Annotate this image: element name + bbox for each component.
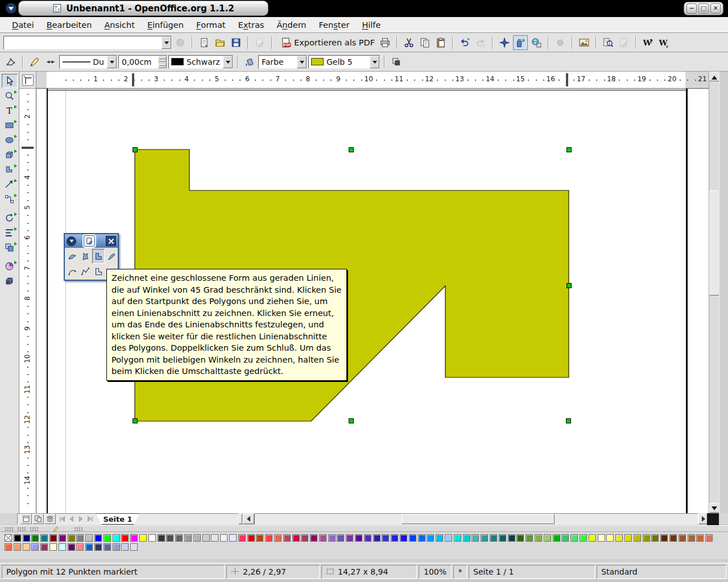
color-swatch[interactable] [202,534,210,542]
menu-ansicht[interactable]: Ansicht [98,17,141,32]
selection-handle[interactable] [566,147,572,152]
floating-close-button[interactable] [106,236,116,246]
scroll-left-button[interactable] [243,514,254,524]
color-swatch[interactable] [373,534,380,542]
color-swatch[interactable] [130,534,138,542]
color-swatch[interactable] [481,534,488,542]
line-color-combobox[interactable]: Schwarz [168,55,233,69]
record-macro-button[interactable] [553,35,568,50]
selection-handle[interactable] [566,283,572,288]
color-swatch[interactable] [121,534,129,542]
color-swatch[interactable] [705,534,713,542]
color-swatch[interactable] [301,534,308,542]
color-swatch[interactable] [319,534,326,542]
color-swatch[interactable] [427,534,434,542]
color-swatch[interactable] [211,534,218,542]
color-swatch[interactable] [14,543,21,551]
drawing-canvas[interactable]: Zeichnet eine geschlossene Form aus gera… [36,89,709,513]
color-swatch[interactable] [76,534,84,542]
print-button[interactable] [378,35,392,50]
export-pdf-button[interactable]: PDFExportieren als PDF [276,35,377,50]
menu-format[interactable]: Format [190,17,232,32]
copy-button[interactable] [417,35,432,50]
whats-this-button[interactable]: W, [656,35,671,50]
line-style-dropdown-icon[interactable] [107,56,117,68]
color-swatch[interactable] [454,534,461,542]
dock-grip[interactable] [5,527,14,531]
page-view-button[interactable] [20,514,32,524]
lines-arrows-tool[interactable] [2,177,18,192]
navigator-button[interactable] [497,35,512,50]
alignment-tool[interactable] [2,226,18,240]
color-swatch[interactable] [409,534,416,542]
color-swatch[interactable] [158,534,165,542]
color-swatch[interactable] [229,534,237,542]
color-swatch[interactable] [40,543,48,551]
curve-tool[interactable] [2,163,18,177]
edit-points-button[interactable] [3,55,18,69]
text-tool[interactable]: T [2,103,18,118]
vertical-ruler[interactable]: 24567891011121314 [19,89,36,513]
color-swatch[interactable] [49,534,57,542]
line-width-spin-buttons[interactable] [158,56,167,68]
scroll-down-button[interactable] [709,503,719,513]
selection-handle[interactable] [133,147,138,152]
minimize-button[interactable]: − [686,3,697,14]
area-dialog-button[interactable] [242,55,257,69]
color-swatch[interactable] [104,534,111,542]
status-template-name[interactable]: Standard [597,565,726,579]
arrow-style-button[interactable] [43,55,58,69]
color-swatch[interactable] [104,543,111,551]
color-swatch[interactable] [553,534,560,542]
color-swatch[interactable] [113,534,120,542]
color-swatch[interactable] [139,534,147,542]
color-swatch[interactable] [508,534,515,542]
color-swatch[interactable] [400,534,407,542]
page-tab[interactable]: Seite 1 [96,513,140,525]
master-view-button[interactable] [32,514,44,524]
edit-mode-button[interactable] [617,35,631,50]
dock-grip[interactable] [17,527,26,531]
menu-extras[interactable]: Extras [232,17,271,32]
shadow-button[interactable] [389,55,404,69]
color-swatch[interactable] [355,534,362,542]
menu-bearbeiten[interactable]: Bearbeiten [40,17,98,32]
url-dropdown-icon[interactable] [162,36,171,49]
curve-line-tool[interactable] [66,264,78,279]
color-swatch[interactable] [679,534,686,542]
line-color-dropdown-icon[interactable] [223,56,233,68]
color-swatch[interactable] [68,534,75,542]
close-button[interactable]: ✕ [710,3,721,14]
status-page-info[interactable]: Seite 1 / 1 [469,565,595,579]
load-url-button[interactable] [173,35,188,50]
polygon-filled-tool[interactable] [79,249,92,264]
vertical-scroll-thumb[interactable] [709,190,719,296]
color-swatch[interactable] [193,534,201,542]
last-page-button[interactable] [85,514,94,524]
status-zoom[interactable]: 100% [419,565,452,579]
fill-style-dropdown-icon[interactable] [297,56,307,68]
zoom-tool[interactable] [2,89,18,103]
color-swatch[interactable] [346,534,353,542]
color-swatch[interactable] [14,534,21,542]
scroll-up-button[interactable] [709,72,719,81]
color-swatch[interactable] [220,534,228,542]
hyperlink-button[interactable] [529,35,544,50]
polygon45-line-tool[interactable] [92,264,105,279]
menu-datei[interactable]: Datei [6,17,40,32]
edit-file-button[interactable] [253,35,267,50]
floating-menu-button[interactable] [67,236,76,246]
open-button[interactable] [213,35,228,50]
stylist-button[interactable] [513,35,528,50]
status-size[interactable]: 14,27 x 8,94 [321,565,417,579]
3d-controller-tool[interactable] [2,274,18,288]
color-swatch[interactable] [561,534,569,542]
floating-edit-button[interactable] [84,235,95,247]
color-swatch[interactable] [436,534,443,542]
color-swatch[interactable] [247,534,255,542]
line-dialog-button[interactable] [27,55,42,69]
polygon45-filled-tool[interactable] [92,249,105,264]
color-swatch[interactable] [274,534,282,542]
freeform-filled-tool[interactable] [105,249,118,264]
color-swatch[interactable] [238,534,246,542]
